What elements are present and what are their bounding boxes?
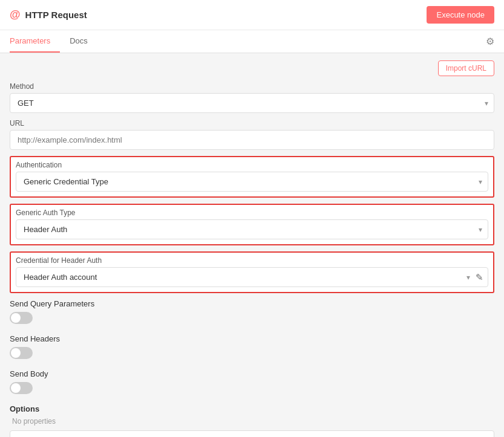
method-select[interactable]: GET POST PUT DELETE PATCH HEAD OPTIONS (10, 93, 494, 113)
credential-select[interactable]: Header Auth account (16, 267, 488, 287)
add-option-button[interactable]: Add Option ▾ (10, 430, 494, 437)
credential-group: Credential for Header Auth Header Auth a… (10, 251, 494, 293)
generic-auth-type-label: Generic Auth Type (16, 209, 488, 217)
options-label: Options (10, 404, 494, 413)
credential-row: Header Auth account ▾ ✎ (16, 267, 488, 287)
app-title: HTTP Request (25, 10, 87, 20)
send-body-group: Send Body (10, 369, 494, 396)
execute-node-button[interactable]: Execute node (427, 6, 494, 24)
form-content: Import cURL Method GET POST PUT DELETE P… (0, 53, 504, 437)
no-properties-text: No properties (10, 417, 494, 426)
send-query-params-group: Send Query Parameters (10, 299, 494, 326)
gear-icon[interactable]: ⚙ (486, 36, 494, 47)
url-input[interactable] (10, 130, 494, 150)
method-select-wrapper: GET POST PUT DELETE PATCH HEAD OPTIONS ▾ (10, 93, 494, 113)
url-label: URL (10, 119, 494, 128)
tabs-bar: Parameters Docs ⚙ (0, 30, 504, 53)
send-body-label: Send Body (10, 369, 494, 378)
credential-select-wrapper: Header Auth account ▾ (16, 267, 488, 287)
method-label: Method (10, 82, 494, 91)
options-section: Options No properties Add Option ▾ (10, 404, 494, 437)
app-icon: @ (10, 8, 21, 21)
send-headers-slider (10, 347, 33, 359)
generic-auth-type-select-wrapper: Header Auth Basic Auth Bearer Token Dige… (16, 219, 488, 239)
send-body-toggle[interactable] (10, 382, 33, 394)
auth-select-wrapper: None Generic Credential Type Predefined … (16, 172, 488, 192)
title-bar: @ HTTP Request Execute node (0, 0, 504, 30)
authentication-group: Authentication None Generic Credential T… (10, 156, 494, 198)
url-group: URL (10, 119, 494, 150)
import-curl-button[interactable]: Import cURL (438, 60, 494, 76)
send-headers-toggle[interactable] (10, 347, 33, 359)
send-headers-group: Send Headers (10, 334, 494, 361)
send-headers-label: Send Headers (10, 334, 494, 343)
send-body-slider (10, 382, 33, 394)
tab-parameters[interactable]: Parameters (10, 30, 60, 53)
method-group: Method GET POST PUT DELETE PATCH HEAD OP… (10, 82, 494, 113)
send-query-params-slider (10, 312, 33, 324)
credential-label: Credential for Header Auth (16, 256, 488, 265)
auth-label: Authentication (16, 161, 488, 169)
auth-select[interactable]: None Generic Credential Type Predefined … (16, 172, 488, 192)
tab-docs[interactable]: Docs (70, 30, 97, 53)
import-curl-row: Import cURL (10, 60, 494, 76)
send-query-params-toggle[interactable] (10, 312, 33, 324)
send-query-params-label: Send Query Parameters (10, 299, 494, 308)
generic-auth-type-group: Generic Auth Type Header Auth Basic Auth… (10, 204, 494, 245)
generic-auth-type-select[interactable]: Header Auth Basic Auth Bearer Token Dige… (16, 219, 488, 239)
